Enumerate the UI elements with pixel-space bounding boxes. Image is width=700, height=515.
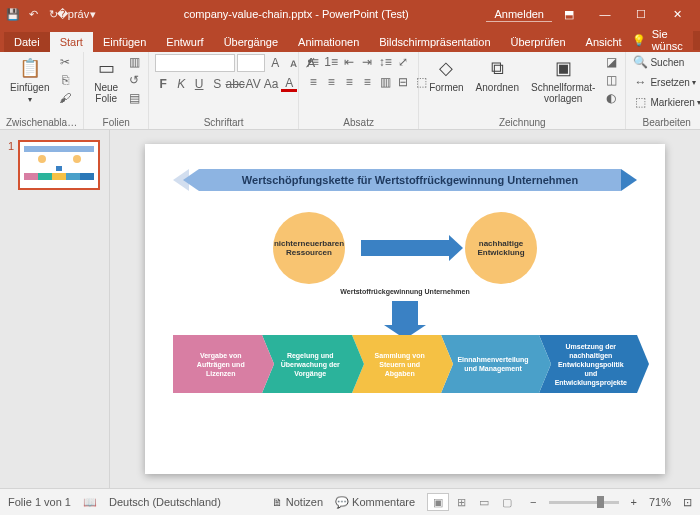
start-from-beginning-icon[interactable]: �práv <box>66 7 80 21</box>
quick-styles-button[interactable]: ▣ Schnellformat- vorlagen <box>527 54 599 106</box>
tell-me-input[interactable]: Sie wünsc <box>652 28 688 52</box>
status-bar: Folie 1 von 1 📖 Deutsch (Deutschland) 🗎N… <box>0 488 700 515</box>
section-icon[interactable]: ▤ <box>126 90 142 106</box>
align-left-icon[interactable]: ≡ <box>305 74 321 90</box>
spellcheck-icon[interactable]: 📖 <box>83 496 97 509</box>
slide-canvas-area[interactable]: Wertschöpfungskette für Wertstoffrückgew… <box>110 130 700 488</box>
tab-insert[interactable]: Einfügen <box>93 32 156 52</box>
strike-icon[interactable]: abc <box>227 76 243 92</box>
increase-indent-icon[interactable]: ⇥ <box>359 54 375 70</box>
process-step[interactable]: Umsetzung der nachhaltigen Entwicklungsp… <box>539 335 637 393</box>
shape-fill-icon[interactable]: ◪ <box>603 54 619 70</box>
new-slide-icon: ▭ <box>94 56 118 80</box>
cut-icon[interactable]: ✂ <box>57 54 73 70</box>
slideshow-view-icon[interactable]: ▢ <box>496 493 518 511</box>
language-indicator[interactable]: Deutsch (Deutschland) <box>109 496 221 508</box>
circle-resources[interactable]: nichterneuerbaren Ressourcen <box>273 212 345 284</box>
tab-review[interactable]: Überprüfen <box>501 32 576 52</box>
font-size-input[interactable] <box>237 54 265 72</box>
select-button[interactable]: ⬚Markieren▾ <box>632 94 700 110</box>
close-icon[interactable]: ✕ <box>660 0 694 28</box>
group-label: Schriftart <box>155 117 292 129</box>
zoom-out-icon[interactable]: − <box>530 496 536 508</box>
align-text-icon[interactable]: ⊟ <box>395 74 411 90</box>
reset-icon[interactable]: ↺ <box>126 72 142 88</box>
zoom-slider[interactable] <box>549 501 619 504</box>
layout-icon[interactable]: ▥ <box>126 54 142 70</box>
shapes-button[interactable]: ◇ Formen <box>425 54 467 95</box>
process-step[interactable]: Sammlung von Steuern und Abgaben <box>352 335 441 393</box>
fit-to-window-icon[interactable]: ⊡ <box>683 496 692 509</box>
new-slide-button[interactable]: ▭ Neue Folie <box>90 54 122 106</box>
zoom-in-icon[interactable]: + <box>631 496 637 508</box>
ribbon-tabs: Datei Start Einfügen Entwurf Übergänge A… <box>0 28 700 52</box>
share-button[interactable]: 👤 Freigeben <box>693 31 700 50</box>
line-spacing-icon[interactable]: ↕≡ <box>377 54 393 70</box>
columns-icon[interactable]: ▥ <box>377 74 393 90</box>
process-step[interactable]: Vergabe von Aufträgen und Lizenzen <box>173 335 262 393</box>
align-center-icon[interactable]: ≡ <box>323 74 339 90</box>
customize-qat-icon[interactable]: ▾ <box>86 7 100 21</box>
slide[interactable]: Wertschöpfungskette für Wertstoffrückgew… <box>145 144 665 474</box>
bullets-icon[interactable]: •≡ <box>305 54 321 70</box>
title-bar: 💾 ↶ ↻ �práv ▾ company-value-chain.pptx -… <box>0 0 700 28</box>
tab-view[interactable]: Ansicht <box>576 32 632 52</box>
sign-in-link[interactable]: Anmelden <box>486 7 552 22</box>
replace-button[interactable]: ↔Ersetzen▾ <box>632 74 700 90</box>
process-step[interactable]: Regelung und Überwachung der Vorgänge <box>262 335 351 393</box>
tab-file[interactable]: Datei <box>4 32 50 52</box>
shape-outline-icon[interactable]: ◫ <box>603 72 619 88</box>
align-right-icon[interactable]: ≡ <box>341 74 357 90</box>
normal-view-icon[interactable]: ▣ <box>427 493 449 511</box>
process-chevrons[interactable]: Vergabe von Aufträgen und LizenzenRegelu… <box>173 335 637 393</box>
save-icon[interactable]: 💾 <box>6 7 20 21</box>
font-family-input[interactable] <box>155 54 235 72</box>
thumbnail-pane[interactable]: 1 <box>0 130 110 488</box>
slide-counter[interactable]: Folie 1 von 1 <box>8 496 71 508</box>
maximize-icon[interactable]: ☐ <box>624 0 658 28</box>
tab-slideshow[interactable]: Bildschirmpräsentation <box>369 32 500 52</box>
font-color-icon[interactable]: A <box>281 76 297 92</box>
comments-button[interactable]: 💬Kommentare <box>335 496 415 509</box>
zoom-level[interactable]: 71% <box>649 496 671 508</box>
group-drawing: ◇ Formen ⧉ Anordnen ▣ Schnellformat- vor… <box>419 52 626 129</box>
numbering-icon[interactable]: 1≡ <box>323 54 339 70</box>
bold-icon[interactable]: F <box>155 76 171 92</box>
tab-home[interactable]: Start <box>50 32 93 52</box>
spacing-icon[interactable]: AV <box>245 76 261 92</box>
arrange-button[interactable]: ⧉ Anordnen <box>472 54 523 95</box>
shadow-icon[interactable]: S <box>209 76 225 92</box>
reading-view-icon[interactable]: ▭ <box>473 493 495 511</box>
slide-title: Wertschöpfungskette für Wertstoffrückgew… <box>199 169 621 191</box>
justify-icon[interactable]: ≡ <box>359 74 375 90</box>
tab-animations[interactable]: Animationen <box>288 32 369 52</box>
italic-icon[interactable]: K <box>173 76 189 92</box>
minimize-icon[interactable]: — <box>588 0 622 28</box>
undo-icon[interactable]: ↶ <box>26 7 40 21</box>
horizontal-arrow-icon[interactable] <box>361 240 449 256</box>
title-banner[interactable]: Wertschöpfungskette für Wertstoffrückgew… <box>173 166 637 194</box>
tab-design[interactable]: Entwurf <box>156 32 213 52</box>
text-direction-icon[interactable]: ⤢ <box>395 54 411 70</box>
process-step[interactable]: Einnahmenverteilung und Management <box>441 335 538 393</box>
underline-icon[interactable]: U <box>191 76 207 92</box>
window-title: company-value-chain.pptx - PowerPoint (T… <box>106 8 486 20</box>
paste-button[interactable]: 📋 Einfügen ▾ <box>6 54 53 106</box>
decrease-indent-icon[interactable]: ⇤ <box>341 54 357 70</box>
slide-thumbnail[interactable] <box>18 140 100 190</box>
notes-button[interactable]: 🗎Notizen <box>272 496 323 508</box>
find-button[interactable]: 🔍Suchen <box>632 54 700 70</box>
increase-font-icon[interactable]: A <box>267 55 283 71</box>
notes-icon: 🗎 <box>272 496 283 508</box>
comments-icon: 💬 <box>335 496 349 509</box>
change-case-icon[interactable]: Aa <box>263 76 279 92</box>
shape-effects-icon[interactable]: ◐ <box>603 90 619 106</box>
tab-transitions[interactable]: Übergänge <box>214 32 288 52</box>
circle-development[interactable]: nachhaltige Entwicklung <box>465 212 537 284</box>
copy-icon[interactable]: ⎘ <box>57 72 73 88</box>
format-painter-icon[interactable]: 🖌 <box>57 90 73 106</box>
slide-subtitle[interactable]: Wertstoffrückgewinnung Unternehmen <box>173 288 637 295</box>
ribbon-options-icon[interactable]: ⬒ <box>552 0 586 28</box>
sorter-view-icon[interactable]: ⊞ <box>450 493 472 511</box>
down-arrow-icon[interactable] <box>392 301 418 325</box>
